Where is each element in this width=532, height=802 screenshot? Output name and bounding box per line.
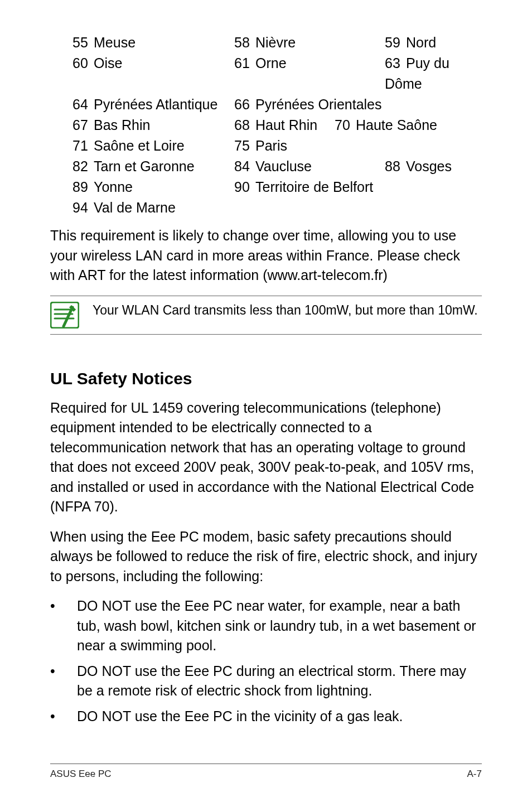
dept-num: 66	[234, 94, 255, 115]
list-item: • DO NOT use the Eee PC near water, for …	[50, 596, 482, 656]
dept-num: 94	[72, 197, 94, 218]
dept-num: 84	[234, 156, 255, 177]
dept-name: Val de Marne	[94, 200, 176, 215]
dept-num: 58	[234, 32, 255, 53]
page-footer: ASUS Eee PC A-7	[50, 764, 482, 780]
ul-safety-heading: UL Safety Notices	[50, 369, 482, 388]
ul-para-2: When using the Eee PC modem, basic safet…	[50, 527, 482, 587]
bullet-dot-icon: •	[50, 707, 77, 727]
dept-row: 89Yonne 90Territoire de Belfort	[72, 177, 482, 197]
dept-name: Haut Rhin	[255, 117, 317, 133]
dept-num: 88	[385, 156, 406, 177]
dept-num: 90	[234, 177, 255, 197]
bullet-list: • DO NOT use the Eee PC near water, for …	[50, 596, 482, 732]
dept-num: 64	[72, 94, 94, 115]
note-box: Your WLAN Card transmits less than 100mW…	[50, 296, 482, 335]
bullet-text: DO NOT use the Eee PC near water, for ex…	[77, 596, 482, 656]
dept-num: 82	[72, 156, 94, 177]
dept-name: Vosges	[406, 158, 452, 174]
dept-num: 70	[335, 115, 356, 136]
note-icon	[50, 302, 79, 328]
bullet-dot-icon: •	[50, 661, 77, 701]
dept-name: Orne	[255, 55, 287, 71]
bullet-text: DO NOT use the Eee PC in the vicinity of…	[77, 707, 482, 727]
dept-name: Nièvre	[255, 35, 296, 50]
dept-name: Pyrénées Orientales	[255, 96, 382, 112]
dept-name: Oise	[94, 55, 122, 71]
dept-num: 60	[72, 53, 94, 74]
list-item: • DO NOT use the Eee PC in the vicinity …	[50, 707, 482, 727]
requirement-paragraph: This requirement is likely to change ove…	[50, 226, 482, 286]
dept-num: 71	[72, 136, 94, 156]
footer-right: A-7	[467, 769, 482, 780]
dept-row: 67Bas Rhin 68Haut Rhin 70Haute Saône	[72, 115, 482, 136]
bullet-dot-icon: •	[50, 596, 77, 656]
dept-name: Haute Saône	[356, 117, 437, 133]
dept-row: 82Tarn et Garonne 84Vaucluse 88Vosges	[72, 156, 482, 177]
dept-num: 61	[234, 53, 255, 74]
dept-name: Tarn et Garonne	[94, 158, 195, 174]
dept-name: Meuse	[94, 35, 136, 50]
dept-num: 67	[72, 115, 94, 136]
dept-num: 89	[72, 177, 94, 197]
dept-num: 75	[234, 136, 255, 156]
dept-num: 68	[234, 115, 255, 136]
dept-name: Territoire de Belfort	[255, 179, 373, 195]
dept-row: 64Pyrénées Atlantique 66Pyrénées Orienta…	[72, 94, 482, 115]
dept-name: Vaucluse	[255, 158, 312, 174]
dept-num: 63	[385, 53, 406, 74]
dept-name: Pyrénées Atlantique	[94, 96, 217, 112]
dept-num: 55	[72, 32, 94, 53]
dept-name: Yonne	[94, 179, 133, 195]
bullet-text: DO NOT use the Eee PC during an electric…	[77, 661, 482, 701]
ul-para-1: Required for UL 1459 covering telecommun…	[50, 398, 482, 517]
footer-left: ASUS Eee PC	[50, 769, 112, 780]
dept-name: Bas Rhin	[94, 117, 150, 133]
dept-row: 94Val de Marne	[72, 197, 482, 218]
dept-row: 60Oise 61Orne 63Puy du Dôme	[72, 53, 482, 94]
dept-row: 55Meuse 58Nièvre 59Nord	[72, 32, 482, 53]
department-list: 55Meuse 58Nièvre 59Nord 60Oise 61Orne 63…	[72, 32, 482, 218]
dept-name: Paris	[255, 138, 287, 153]
list-item: • DO NOT use the Eee PC during an electr…	[50, 661, 482, 701]
dept-name: Nord	[406, 35, 436, 50]
dept-row: 71Saône et Loire 75Paris	[72, 136, 482, 156]
dept-name: Saône et Loire	[94, 138, 185, 153]
dept-num: 59	[385, 32, 406, 53]
note-text: Your WLAN Card transmits less than 100mW…	[93, 302, 478, 319]
